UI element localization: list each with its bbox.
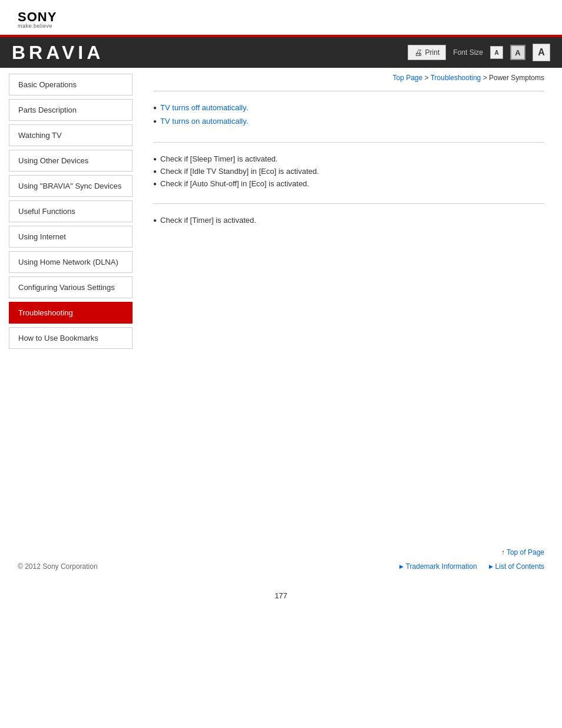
- top-arrow: ↑: [501, 548, 507, 556]
- bullet-list-2: Check if [Timer] is activated.: [153, 216, 544, 225]
- sidebar-item-how-to-use-bookmarks[interactable]: How to Use Bookmarks: [9, 327, 133, 349]
- sidebar-item-useful-functions[interactable]: Useful Functions: [9, 200, 133, 222]
- sony-tagline: make.believe: [18, 24, 544, 29]
- content-link[interactable]: TV turns on automatically.: [160, 117, 248, 126]
- footer-links: Trademark Information List of Contents: [399, 562, 544, 571]
- breadcrumb: Top Page > Troubleshooting > Power Sympt…: [153, 74, 544, 82]
- font-size-label: Font Size: [453, 48, 483, 57]
- font-small-button[interactable]: A: [490, 46, 503, 59]
- list-item: Check if [Sleep Timer] is activated.: [153, 154, 544, 163]
- sidebar-item-basic-operations[interactable]: Basic Operations: [9, 74, 133, 95]
- breadcrumb-top-page[interactable]: Top Page: [392, 74, 422, 82]
- sidebar-item-using-other-devices[interactable]: Using Other Devices: [9, 150, 133, 172]
- banner-controls: 🖨 Print Font Size A A A: [408, 44, 550, 61]
- sony-logo: SONY make.believe: [18, 11, 544, 29]
- content-area: Top Page > Troubleshooting > Power Sympt…: [141, 68, 562, 539]
- list-item: TV turns off automatically.: [153, 103, 544, 112]
- bravia-banner: BRAVIA 🖨 Print Font Size A A A: [0, 35, 562, 68]
- sidebar-item-using-home-network[interactable]: Using Home Network (DLNA): [9, 251, 133, 273]
- list-of-contents-link[interactable]: List of Contents: [489, 562, 544, 571]
- print-icon: 🖨: [414, 48, 422, 57]
- sidebar: Basic OperationsParts DescriptionWatchin…: [0, 68, 141, 539]
- content-section-3: Check if [Timer] is activated.: [153, 203, 544, 240]
- main-layout: Basic OperationsParts DescriptionWatchin…: [0, 68, 562, 539]
- sidebar-item-using-bravia-sync[interactable]: Using "BRAVIA" Sync Devices: [9, 175, 133, 197]
- copyright-text: © 2012 Sony Corporation: [18, 562, 98, 571]
- sidebar-item-configuring-settings[interactable]: Configuring Various Settings: [9, 276, 133, 298]
- font-medium-button[interactable]: A: [510, 45, 525, 60]
- list-item: Check if [Idle TV Standby] in [Eco] is a…: [153, 167, 544, 176]
- sidebar-item-parts-description[interactable]: Parts Description: [9, 99, 133, 121]
- top-of-page: ↑ Top of Page: [18, 548, 544, 556]
- print-button[interactable]: 🖨 Print: [408, 45, 447, 60]
- page-footer: ↑ Top of Page © 2012 Sony Corporation Tr…: [0, 539, 562, 579]
- breadcrumb-sep2: >: [483, 74, 489, 82]
- sidebar-item-using-internet[interactable]: Using Internet: [9, 226, 133, 248]
- content-link[interactable]: TV turns off automatically.: [160, 103, 248, 112]
- sidebar-item-troubleshooting[interactable]: Troubleshooting: [9, 302, 133, 324]
- bravia-title: BRAVIA: [12, 42, 104, 64]
- footer-bottom: © 2012 Sony Corporation Trademark Inform…: [18, 562, 544, 571]
- breadcrumb-sep1: >: [425, 74, 431, 82]
- print-label: Print: [425, 48, 440, 57]
- content-section-2: Check if [Sleep Timer] is activated.Chec…: [153, 142, 544, 203]
- content-section-1: TV turns off automatically.TV turns on a…: [153, 91, 544, 142]
- breadcrumb-troubleshooting[interactable]: Troubleshooting: [431, 74, 481, 82]
- list-item: TV turns on automatically.: [153, 117, 544, 126]
- sony-logo-text: SONY: [18, 11, 544, 24]
- top-of-page-link[interactable]: Top of Page: [507, 548, 544, 556]
- page-number: 177: [0, 579, 562, 606]
- list-item: Check if [Timer] is activated.: [153, 216, 544, 225]
- bullet-list-1: Check if [Sleep Timer] is activated.Chec…: [153, 154, 544, 188]
- trademark-link[interactable]: Trademark Information: [399, 562, 477, 571]
- list-item: Check if [Auto Shut-off] in [Eco] is act…: [153, 179, 544, 188]
- sidebar-item-watching-tv[interactable]: Watching TV: [9, 124, 133, 146]
- link-list: TV turns off automatically.TV turns on a…: [153, 103, 544, 126]
- sony-header: SONY make.believe: [0, 0, 562, 35]
- font-large-button[interactable]: A: [533, 44, 550, 61]
- breadcrumb-current: Power Symptoms: [489, 74, 544, 82]
